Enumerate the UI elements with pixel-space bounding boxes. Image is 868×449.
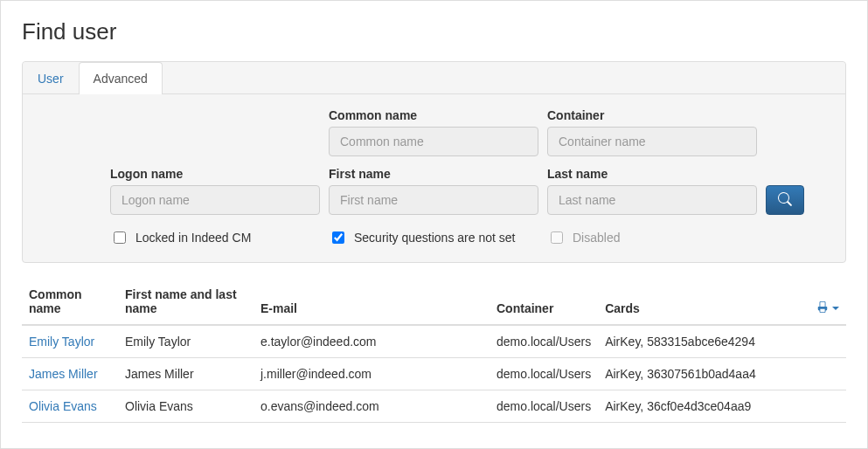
cell-email: e.taylor@indeed.com	[253, 325, 490, 358]
cell-container: demo.local/Users	[490, 390, 598, 423]
col-cards[interactable]: Cards	[598, 280, 809, 325]
label-common-name: Common name	[329, 108, 538, 122]
find-user-panel: Find user User Advanced Common name Cont…	[0, 0, 868, 449]
group-logon-name: Logon name	[110, 167, 320, 215]
results-table: Common name First name and last name E-m…	[22, 280, 846, 423]
cell-cards: AirKey, 36cf0e4d3ce04aa9	[598, 390, 846, 423]
col-email[interactable]: E-mail	[253, 280, 490, 325]
col-actions	[809, 280, 846, 325]
results-area: Common name First name and last name E-m…	[22, 280, 846, 423]
col-full-name[interactable]: First name and last name	[118, 280, 253, 325]
cell-full-name: James Miller	[118, 358, 253, 390]
print-dropdown[interactable]	[816, 300, 839, 315]
checkbox-disabled[interactable]: Disabled	[547, 229, 757, 246]
table-row: Olivia Evans Olivia Evans o.evans@indeed…	[22, 390, 846, 423]
checkbox-secq[interactable]: Security questions are not set	[329, 229, 538, 246]
tabs: User Advanced	[23, 62, 845, 94]
label-first-name: First name	[329, 167, 538, 181]
cell-full-name: Olivia Evans	[118, 390, 253, 423]
cell-cards: AirKey, 36307561b0ad4aa4	[598, 358, 846, 390]
input-first-name[interactable]	[329, 185, 538, 215]
cell-cards: AirKey, 583315abce6e4294	[598, 325, 846, 358]
group-common-name: Common name	[329, 108, 538, 156]
form-row-1: Common name Container	[110, 108, 824, 156]
input-container[interactable]	[547, 127, 757, 156]
checkbox-locked-input[interactable]	[114, 231, 126, 244]
cell-email: o.evans@indeed.com	[253, 390, 490, 423]
group-last-name: Last name	[547, 167, 757, 215]
checkbox-locked-label: Locked in Indeed CM	[135, 231, 251, 245]
cell-email: j.miller@indeed.com	[253, 358, 490, 390]
checkbox-disabled-label: Disabled	[573, 231, 620, 245]
form-row-2: Logon name First name Last name .	[110, 167, 824, 215]
page-title: Find user	[22, 18, 846, 45]
user-link[interactable]: James Miller	[29, 367, 98, 381]
user-link[interactable]: Emily Taylor	[29, 335, 94, 349]
input-common-name[interactable]	[329, 127, 538, 156]
search-form: Common name Container Logon name First n…	[23, 94, 845, 246]
checkbox-locked[interactable]: Locked in Indeed CM	[110, 229, 320, 246]
cell-container: demo.local/Users	[490, 325, 598, 358]
col-common-name[interactable]: Common name	[22, 280, 118, 325]
input-logon-name[interactable]	[110, 185, 320, 215]
cell-container: demo.local/Users	[490, 358, 598, 390]
group-search-btn: .	[766, 167, 818, 215]
search-button[interactable]	[766, 185, 804, 215]
group-container: Container	[547, 108, 757, 156]
checkbox-row: Locked in Indeed CM Security questions a…	[110, 225, 824, 246]
group-first-name: First name	[329, 167, 538, 215]
search-icon	[778, 192, 792, 209]
print-icon	[816, 300, 829, 315]
chevron-down-icon	[832, 307, 839, 310]
label-logon-name: Logon name	[110, 167, 320, 181]
col-container[interactable]: Container	[490, 280, 598, 325]
tab-advanced[interactable]: Advanced	[79, 62, 163, 94]
input-last-name[interactable]	[547, 185, 757, 215]
label-container: Container	[547, 108, 757, 122]
cell-full-name: Emily Taylor	[118, 325, 253, 358]
checkbox-secq-label: Security questions are not set	[354, 231, 515, 245]
search-box: User Advanced Common name Container	[22, 61, 846, 263]
table-row: James Miller James Miller j.miller@indee…	[22, 358, 846, 390]
checkbox-disabled-input[interactable]	[551, 231, 563, 244]
checkbox-secq-input[interactable]	[332, 231, 344, 244]
table-row: Emily Taylor Emily Taylor e.taylor@indee…	[22, 325, 846, 358]
user-link[interactable]: Olivia Evans	[29, 399, 97, 413]
tab-user[interactable]: User	[23, 62, 79, 94]
label-last-name: Last name	[547, 167, 757, 181]
